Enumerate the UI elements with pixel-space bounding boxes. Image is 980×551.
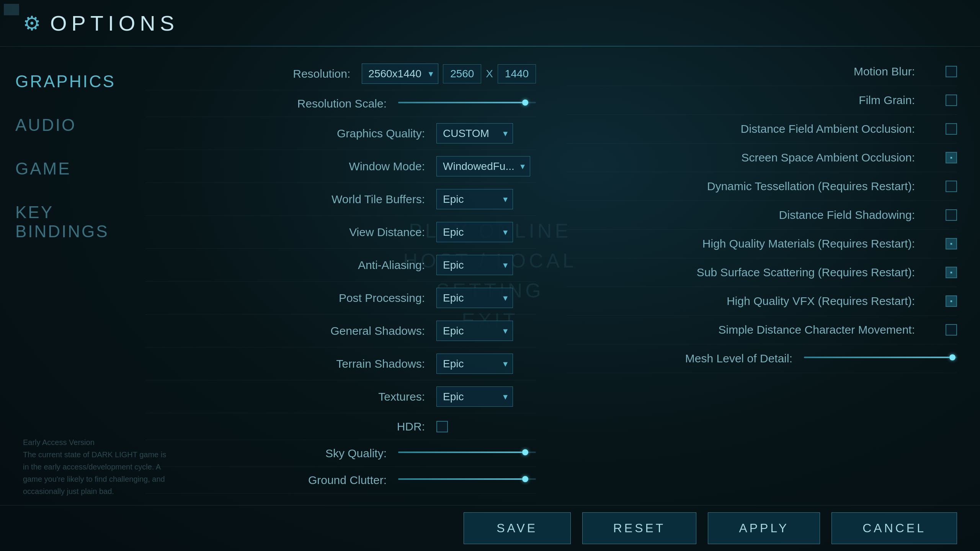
setting-window-mode: Window Mode: WindowedFu... ▼ — [145, 150, 536, 183]
sub-surface-label: Sub Surface Scattering (Requires Restart… — [567, 266, 926, 279]
post-processing-label: Post Processing: — [145, 292, 436, 305]
hq-vfx-label: High Quality VFX (Requires Restart): — [567, 295, 926, 308]
general-shadows-dropdown-wrapper[interactable]: Epic ▼ — [436, 321, 513, 341]
ssao-label: Screen Space Ambient Occlusion: — [567, 151, 926, 164]
film-grain-control[interactable] — [926, 95, 957, 106]
terrain-shadows-label: Terrain Shadows: — [145, 357, 436, 370]
save-button[interactable]: SAVE — [464, 512, 571, 544]
topleft-button[interactable] — [4, 4, 19, 15]
post-processing-dropdown[interactable]: Epic — [436, 288, 513, 308]
hq-materials-checkbox[interactable] — [946, 238, 957, 249]
ssao-control[interactable] — [926, 152, 957, 163]
hdr-label: HDR: — [145, 420, 436, 433]
graphics-quality-dropdown-wrapper[interactable]: CUSTOM ▼ — [436, 123, 513, 143]
textures-dropdown-wrapper[interactable]: Epic ▼ — [436, 386, 513, 407]
sky-quality-fill — [398, 452, 522, 453]
resolution-dropdown-wrapper[interactable]: 980x551 ▼ — [362, 64, 438, 84]
setting-ground-clutter: Ground Clutter: — [145, 467, 536, 494]
terrain-shadows-control[interactable]: Epic ▼ — [436, 354, 536, 374]
sky-quality-label: Sky Quality: — [145, 447, 398, 460]
header: ⚙ OPTIONS — [0, 0, 980, 47]
setting-anti-aliasing: Anti-Aliasing: Epic ▼ — [145, 249, 536, 282]
apply-button[interactable]: APPLY — [708, 512, 820, 544]
ground-clutter-fill — [398, 478, 522, 480]
hq-materials-control[interactable] — [926, 238, 957, 249]
graphics-quality-control[interactable]: CUSTOM ▼ — [436, 123, 536, 143]
setting-general-shadows: General Shadows: Epic ▼ — [145, 315, 536, 347]
resolution-scale-fill — [398, 102, 522, 103]
sky-quality-control[interactable] — [398, 452, 536, 455]
motion-blur-control[interactable] — [926, 66, 957, 77]
sky-quality-thumb[interactable] — [522, 449, 528, 455]
view-distance-control[interactable]: Epic ▼ — [436, 222, 536, 242]
dynamic-tess-checkbox[interactable] — [946, 181, 957, 192]
mesh-lod-slider[interactable] — [804, 357, 957, 360]
textures-dropdown[interactable]: Epic — [436, 386, 513, 407]
sub-surface-checkbox[interactable] — [946, 267, 957, 278]
mesh-lod-fill — [804, 357, 949, 358]
world-tile-buffers-dropdown[interactable]: Epic — [436, 189, 513, 209]
setting-graphics-quality: Graphics Quality: CUSTOM ▼ — [145, 117, 536, 150]
resolution-control[interactable]: 980x551 ▼ 2560 X 1440 — [362, 64, 536, 84]
graphics-quality-dropdown[interactable]: CUSTOM — [436, 123, 513, 143]
terrain-shadows-dropdown-wrapper[interactable]: Epic ▼ — [436, 354, 513, 374]
sidebar-item-audio[interactable]: Audio — [15, 112, 107, 138]
resolution-scale-control[interactable] — [398, 102, 536, 106]
sidebar-item-game[interactable]: Game — [15, 156, 107, 181]
hq-vfx-checkbox[interactable] — [946, 295, 957, 307]
reset-button[interactable]: RESET — [582, 512, 697, 544]
graphics-quality-label: Graphics Quality: — [145, 127, 436, 140]
terrain-shadows-dropdown[interactable]: Epic — [436, 354, 513, 374]
general-shadows-control[interactable]: Epic ▼ — [436, 321, 536, 341]
post-processing-control[interactable]: Epic ▼ — [436, 288, 536, 308]
dfao-checkbox[interactable] — [946, 123, 957, 135]
mesh-lod-thumb[interactable] — [949, 354, 956, 360]
mesh-lod-control[interactable] — [804, 357, 957, 360]
settings-right-column: Motion Blur: Film Grain: Distance Field … — [567, 57, 957, 494]
world-tile-buffers-dropdown-wrapper[interactable]: Epic ▼ — [436, 189, 513, 209]
ground-clutter-slider[interactable] — [398, 478, 536, 482]
view-distance-dropdown-wrapper[interactable]: Epic ▼ — [436, 222, 513, 242]
setting-terrain-shadows: Terrain Shadows: Epic ▼ — [145, 347, 536, 380]
window-mode-control[interactable]: WindowedFu... ▼ — [436, 156, 536, 176]
setting-hq-materials: High Quality Materials (Requires Restart… — [567, 230, 957, 258]
window-mode-dropdown-wrapper[interactable]: WindowedFu... ▼ — [436, 156, 530, 176]
film-grain-label: Film Grain: — [567, 94, 926, 107]
dfs-control[interactable] — [926, 209, 957, 221]
resolution-scale-slider[interactable] — [398, 102, 536, 106]
anti-aliasing-dropdown[interactable]: Epic — [436, 255, 513, 275]
textures-control[interactable]: Epic ▼ — [436, 386, 536, 407]
view-distance-dropdown[interactable]: Epic — [436, 222, 513, 242]
sidebar-item-keybindings[interactable]: Key Bindings — [15, 200, 107, 244]
sub-surface-control[interactable] — [926, 267, 957, 278]
ground-clutter-control[interactable] — [398, 478, 536, 482]
anti-aliasing-control[interactable]: Epic ▼ — [436, 255, 536, 275]
sidebar-item-graphics[interactable]: Graphics — [15, 69, 107, 94]
general-shadows-dropdown[interactable]: Epic — [436, 321, 513, 341]
resolution-scale-track — [398, 102, 536, 103]
dynamic-tess-control[interactable] — [926, 181, 957, 192]
resolution-dropdown[interactable]: 980x551 — [362, 64, 438, 84]
hdr-checkbox[interactable] — [436, 421, 448, 432]
hdr-control[interactable] — [436, 421, 536, 432]
post-processing-dropdown-wrapper[interactable]: Epic ▼ — [436, 288, 513, 308]
ground-clutter-thumb[interactable] — [522, 476, 528, 482]
world-tile-buffers-control[interactable]: Epic ▼ — [436, 189, 536, 209]
hq-vfx-control[interactable] — [926, 295, 957, 307]
resolution-scale-thumb[interactable] — [522, 99, 528, 106]
window-mode-dropdown[interactable]: WindowedFu... — [436, 156, 530, 176]
dfao-control[interactable] — [926, 123, 957, 135]
sky-quality-slider[interactable] — [398, 452, 536, 455]
anti-aliasing-dropdown-wrapper[interactable]: Epic ▼ — [436, 255, 513, 275]
world-tile-buffers-label: World Tile Buffers: — [145, 193, 436, 206]
hq-materials-label: High Quality Materials (Requires Restart… — [567, 237, 926, 250]
simple-distance-control[interactable] — [926, 324, 957, 336]
ssao-checkbox[interactable] — [946, 152, 957, 163]
setting-world-tile-buffers: World Tile Buffers: Epic ▼ — [145, 183, 536, 216]
simple-distance-checkbox[interactable] — [946, 324, 957, 336]
dfs-checkbox[interactable] — [946, 209, 957, 221]
cancel-button[interactable]: CANCEL — [831, 512, 957, 544]
motion-blur-checkbox[interactable] — [946, 66, 957, 77]
page-title: OPTIONS — [50, 11, 179, 36]
film-grain-checkbox[interactable] — [946, 95, 957, 106]
